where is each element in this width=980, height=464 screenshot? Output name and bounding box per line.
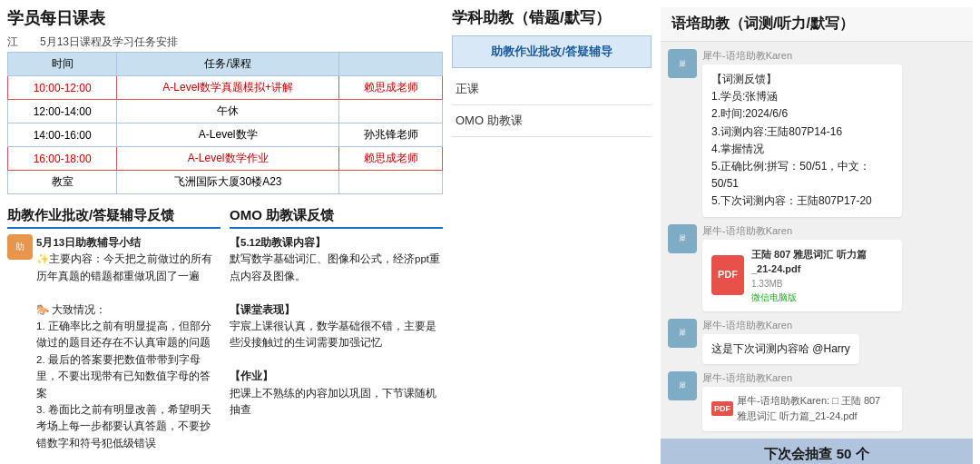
chat-avatar: 犀 — [668, 49, 697, 78]
omo-content: 【5.12助教课内容】默写数学基础词汇、图像和公式，经济ppt重点内容及图像。【… — [230, 234, 443, 418]
cell-time: 12:00-14:00 — [8, 100, 117, 123]
chat-sender: 犀牛-语培助教Karen — [702, 224, 965, 238]
feedback-line: 5月13日助教辅导小结 — [36, 234, 220, 251]
cell-task: 飞洲国际大厦30楼A23 — [117, 171, 339, 194]
chat-file-bubble: PDF王陆 807 雅思词汇 听力篇 _21-24.pdf1.33MB微信电脑版 — [702, 240, 902, 311]
cell-time: 教室 — [8, 171, 117, 194]
pdf-icon: PDF — [711, 255, 744, 295]
feedback-line: 1. 正确率比之前有明显提高，但部分做过的题目还存在不认真审题的问题 — [36, 318, 220, 351]
subject-assist-title: 学科助教（错题/默写） — [452, 7, 652, 28]
schedule-body: 10:00-12:00A-Level数学真题模拟+讲解赖思成老师12:00-14… — [8, 76, 443, 194]
feedback-text: 5月13日助教辅导小结✨主要内容：今天把之前做过的所有历年真题的错题都重做巩固了… — [36, 234, 220, 451]
cell-time: 10:00-12:00 — [8, 76, 117, 100]
chat-sender: 犀牛-语培助教Karen — [702, 49, 965, 63]
chat-bubble-wrap: 犀牛-语培助教Karen这是下次词测内容哈 @Harry — [702, 319, 965, 364]
chat-message: 犀犀牛-语培助教KarenPDF王陆 807 雅思词汇 听力篇 _21-24.p… — [668, 224, 965, 311]
omo-title: OMO 助教课反馈 — [230, 207, 443, 229]
feedback-header: 助 5月13日助教辅导小结✨主要内容：今天把之前做过的所有历年真题的错题都重做巩… — [7, 234, 220, 451]
table-row: 12:00-14:00午休 — [8, 100, 443, 123]
chat-bubble-wrap: 犀牛-语培助教KarenPDF王陆 807 雅思词汇 听力篇 _21-24.pd… — [702, 224, 965, 311]
file-name: 王陆 807 雅思词汇 听力篇 _21-24.pdf — [751, 247, 867, 277]
table-row: 14:00-16:00A-Level数学孙兆锋老师 — [8, 123, 443, 147]
feedback-avatar: 助 — [7, 234, 33, 260]
chat-message: 犀犀牛-语培助教Karen这是下次词测内容哈 @Harry — [668, 319, 965, 364]
bottom-banner: 下次会抽查 50 个 — [661, 439, 973, 464]
chat-avatar: 犀 — [668, 371, 697, 400]
schedule-title: 学员每日课表 — [7, 7, 443, 29]
cell-task: A-Level数学真题模拟+讲解 — [117, 76, 339, 100]
omo-line: 【课堂表现】 — [230, 301, 443, 318]
cell-teacher — [339, 171, 443, 194]
chat-avatar: 犀 — [668, 224, 697, 253]
pdf-small-icon: PDF — [711, 401, 733, 416]
omo-line: 【作业】 — [230, 368, 443, 384]
chat-bubble-wrap: 犀牛-语培助教KarenPDF犀牛-语培助教Karen: □ 王陆 807 雅思… — [702, 371, 965, 431]
omo-text: 【5.12助教课内容】默写数学基础词汇、图像和公式，经济ppt重点内容及图像。【… — [230, 234, 443, 418]
chat-text-bubble: 这是下次词测内容哈 @Harry — [702, 334, 859, 364]
omo-line: 把课上不熟练的内容加以巩固，下节课随机抽查 — [230, 385, 443, 419]
cell-teacher — [339, 100, 443, 123]
feedback-line: 🐎 大致情况： — [36, 301, 220, 318]
cell-time: 16:00-18:00 — [8, 147, 117, 171]
col-teacher — [339, 53, 443, 76]
feedback-section: 助教作业批改/答疑辅导反馈 助 5月13日助教辅导小结✨主要内容：今天把之前做过… — [7, 207, 220, 451]
table-row: 10:00-12:00A-Level数学真题模拟+讲解赖思成老师 — [8, 76, 443, 100]
right-column: 语培助教（词测/听力/默写） 犀犀牛-语培助教Karen【词测反馈】 1.学员:… — [661, 7, 973, 464]
left-column: 学员每日课表 江 5月13日课程及学习任务安排 时间 任务/课程 10:00-1… — [7, 7, 443, 464]
chat-avatar: 犀 — [668, 319, 697, 348]
file-info: 王陆 807 雅思词汇 听力篇 _21-24.pdf1.33MB微信电脑版 — [751, 247, 867, 304]
chat-sender: 犀牛-语培助教Karen — [702, 371, 965, 385]
feedback-content: 助 5月13日助教辅导小结✨主要内容：今天把之前做过的所有历年真题的错题都重做巩… — [7, 234, 220, 451]
cell-task: 午休 — [117, 100, 339, 123]
middle-column: 学科助教（错题/默写） 助教作业批改/答疑辅导 正课OMO 助教课 — [452, 7, 652, 464]
main-container: 学员每日课表 江 5月13日课程及学习任务安排 时间 任务/课程 10:00-1… — [0, 0, 980, 464]
feedback-line: 3. 卷面比之前有明显改善，希望明天考场上每一步都要认真答题，不要抄错数字和符号… — [36, 401, 220, 451]
col-task: 任务/课程 — [117, 53, 339, 76]
cell-task: A-Level数学 — [117, 123, 339, 147]
schedule-section: 学员每日课表 江 5月13日课程及学习任务安排 时间 任务/课程 10:00-1… — [7, 7, 443, 194]
assist-items: 正课OMO 助教课 — [452, 74, 652, 137]
table-row: 16:00-18:00A-Level数学作业赖思成老师 — [8, 147, 443, 171]
omo-section: OMO 助教课反馈 【5.12助教课内容】默写数学基础词汇、图像和公式，经济pp… — [230, 207, 443, 451]
chat-inline-file-bubble: PDF犀牛-语培助教Karen: □ 王陆 807 雅思词汇 听力篇_21-24… — [702, 387, 902, 431]
assist-item: OMO 助教课 — [452, 105, 652, 137]
inline-file-text: 犀牛-语培助教Karen: □ 王陆 807 雅思词汇 听力篇_21-24.pd… — [737, 393, 893, 425]
omo-line: 默写数学基础词汇、图像和公式，经济ppt重点内容及图像。 — [230, 251, 443, 284]
chat-messages: 犀犀牛-语培助教Karen【词测反馈】 1.学员:张博涵 2.时间:2024/6… — [661, 42, 973, 439]
assist-item: 正课 — [452, 74, 652, 105]
cell-teacher: 赖思成老师 — [339, 147, 443, 171]
omo-line: 【5.12助教课内容】 — [230, 234, 443, 251]
omo-line: 宇宸上课很认真，数学基础很不错，主要是些没接触过的生词需要加强记忆 — [230, 318, 443, 351]
chat-title: 语培助教（词测/听力/默写） — [661, 7, 973, 42]
chat-message: 犀犀牛-语培助教Karen【词测反馈】 1.学员:张博涵 2.时间:2024/6… — [668, 49, 965, 217]
chat-bubble-wrap: 犀牛-语培助教Karen【词测反馈】 1.学员:张博涵 2.时间:2024/6/… — [702, 49, 965, 217]
feedback-line: 2. 最后的答案要把数值带带到字母里，不要出现带有已知数值字母的答案 — [36, 351, 220, 401]
assist-label: 助教作业批改/答疑辅导 — [452, 35, 652, 68]
feedback-line: ✨主要内容：今天把之前做过的所有历年真题的错题都重做巩固了一遍 — [36, 251, 220, 284]
feedback-title: 助教作业批改/答疑辅导反馈 — [7, 207, 220, 229]
bottom-sections: 助教作业批改/答疑辅导反馈 助 5月13日助教辅导小结✨主要内容：今天把之前做过… — [7, 207, 443, 451]
file-size: 1.33MB — [751, 277, 867, 291]
cell-task: A-Level数学作业 — [117, 147, 339, 171]
col-time: 时间 — [8, 53, 117, 76]
cell-teacher: 孙兆锋老师 — [339, 123, 443, 147]
table-header-row: 时间 任务/课程 — [8, 53, 443, 76]
chat-text-bubble: 【词测反馈】 1.学员:张博涵 2.时间:2024/6/6 3.词测内容:王陆8… — [702, 64, 902, 217]
cell-time: 14:00-16:00 — [8, 123, 117, 147]
table-row: 教室飞洲国际大厦30楼A23 — [8, 171, 443, 194]
wechat-label: 微信电脑版 — [751, 291, 867, 304]
schedule-meta: 江 5月13日课程及学习任务安排 — [7, 35, 443, 50]
cell-teacher: 赖思成老师 — [339, 76, 443, 100]
chat-message: 犀犀牛-语培助教KarenPDF犀牛-语培助教Karen: □ 王陆 807 雅… — [668, 371, 965, 431]
chat-sender: 犀牛-语培助教Karen — [702, 319, 965, 332]
schedule-table: 时间 任务/课程 10:00-12:00A-Level数学真题模拟+讲解赖思成老… — [7, 52, 443, 194]
